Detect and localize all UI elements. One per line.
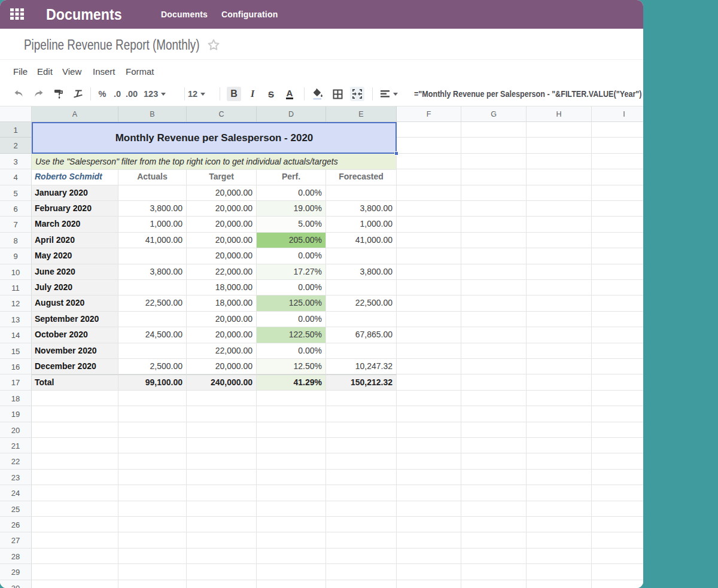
cell-A19[interactable] xyxy=(32,406,118,422)
cell-D6[interactable]: 19.00% xyxy=(257,201,326,217)
cell-F30[interactable] xyxy=(397,580,461,588)
cell-F2[interactable] xyxy=(397,138,461,153)
cell-I12[interactable] xyxy=(592,295,643,311)
cell-I10[interactable] xyxy=(592,264,643,280)
cell-C7[interactable]: 20,000.00 xyxy=(187,217,257,232)
row-header-12[interactable]: 12 xyxy=(0,295,32,311)
cell-D19[interactable] xyxy=(257,406,326,422)
column-header-F[interactable]: F xyxy=(397,106,461,122)
cell-I17[interactable] xyxy=(592,374,643,390)
cell-C4[interactable]: Target xyxy=(187,169,257,185)
cell-I6[interactable] xyxy=(592,201,643,217)
nav-configuration[interactable]: Configuration xyxy=(221,10,278,19)
row-header-10[interactable]: 10 xyxy=(0,264,32,280)
cell-F5[interactable] xyxy=(397,185,461,201)
cell-E15[interactable] xyxy=(326,343,397,359)
cell-A27[interactable] xyxy=(32,532,118,548)
cell-A6[interactable]: February 2020 xyxy=(32,201,118,217)
cell-G5[interactable] xyxy=(461,185,527,201)
row-header-24[interactable]: 24 xyxy=(0,485,32,501)
cell-A23[interactable] xyxy=(32,470,118,485)
cell-I13[interactable] xyxy=(592,312,643,327)
cell-B4[interactable]: Actuals xyxy=(118,169,187,185)
cell-E8[interactable]: 41,000.00 xyxy=(326,233,397,248)
cell-C9[interactable]: 20,000.00 xyxy=(187,248,257,264)
cell-H14[interactable] xyxy=(527,327,592,343)
cell-B19[interactable] xyxy=(118,406,187,422)
cell-A14[interactable]: October 2020 xyxy=(32,327,118,343)
cell-E12[interactable]: 22,500.00 xyxy=(326,295,397,311)
row-header-26[interactable]: 26 xyxy=(0,517,32,532)
cell-F14[interactable] xyxy=(397,327,461,343)
cell-E10[interactable]: 3,800.00 xyxy=(326,264,397,280)
row-header-11[interactable]: 11 xyxy=(0,280,32,295)
row-header-30[interactable]: 30 xyxy=(0,580,32,588)
column-header-C[interactable]: C xyxy=(187,106,257,122)
row-header-17[interactable]: 17 xyxy=(0,374,32,390)
cell-H13[interactable] xyxy=(527,312,592,327)
cell-I20[interactable] xyxy=(592,422,643,438)
cell-F17[interactable] xyxy=(397,374,461,390)
cell-B24[interactable] xyxy=(118,485,187,501)
cell-D27[interactable] xyxy=(257,532,326,548)
cell-G30[interactable] xyxy=(461,580,527,588)
cell-E20[interactable] xyxy=(326,422,397,438)
cell-C23[interactable] xyxy=(187,470,257,485)
cell-I29[interactable] xyxy=(592,564,643,580)
cell-G20[interactable] xyxy=(461,422,527,438)
cell-C28[interactable] xyxy=(187,549,257,564)
cell-H5[interactable] xyxy=(527,185,592,201)
cell-H6[interactable] xyxy=(527,201,592,217)
cell-H23[interactable] xyxy=(527,470,592,485)
text-color-icon[interactable]: A xyxy=(282,87,297,101)
cell-E27[interactable] xyxy=(326,532,397,548)
cell-I23[interactable] xyxy=(592,470,643,485)
cell-I25[interactable] xyxy=(592,501,643,517)
cell-F23[interactable] xyxy=(397,470,461,485)
cell-G8[interactable] xyxy=(461,233,527,248)
row-header-20[interactable]: 20 xyxy=(0,422,32,438)
cell-H2[interactable] xyxy=(527,138,592,153)
cell-A11[interactable]: July 2020 xyxy=(32,280,118,295)
undo-icon[interactable] xyxy=(12,87,26,101)
cell-F7[interactable] xyxy=(397,217,461,232)
cell-F11[interactable] xyxy=(397,280,461,295)
cell-B6[interactable]: 3,800.00 xyxy=(118,201,187,217)
cell-D26[interactable] xyxy=(257,517,326,532)
cell-I9[interactable] xyxy=(592,248,643,264)
cell-H24[interactable] xyxy=(527,485,592,501)
cell-I30[interactable] xyxy=(592,580,643,588)
cell-I7[interactable] xyxy=(592,217,643,232)
cell-F28[interactable] xyxy=(397,549,461,564)
cell-A20[interactable] xyxy=(32,422,118,438)
document-title[interactable]: Pipeline Revenue Report (Monthly) xyxy=(24,29,200,60)
cell-A24[interactable] xyxy=(32,485,118,501)
cell-B30[interactable] xyxy=(118,580,187,588)
row-header-4[interactable]: 4 xyxy=(0,169,32,185)
cell-A13[interactable]: September 2020 xyxy=(32,312,118,327)
cell-I26[interactable] xyxy=(592,517,643,532)
cell-F12[interactable] xyxy=(397,295,461,311)
cell-D12[interactable]: 125.00% xyxy=(257,295,326,311)
row-header-28[interactable]: 28 xyxy=(0,549,32,564)
cell-G4[interactable] xyxy=(461,169,527,185)
cell-C24[interactable] xyxy=(187,485,257,501)
cell-D14[interactable]: 122.50% xyxy=(257,327,326,343)
cell-E13[interactable] xyxy=(326,312,397,327)
cell-E4[interactable]: Forecasted xyxy=(326,169,397,185)
cell-A8[interactable]: April 2020 xyxy=(32,233,118,248)
cell-E5[interactable] xyxy=(326,185,397,201)
cell-C8[interactable]: 20,000.00 xyxy=(187,233,257,248)
cell-F4[interactable] xyxy=(397,169,461,185)
cell-G11[interactable] xyxy=(461,280,527,295)
italic-icon[interactable]: I xyxy=(245,87,260,101)
cell-B13[interactable] xyxy=(118,312,187,327)
cell-B21[interactable] xyxy=(118,438,187,453)
cell-G21[interactable] xyxy=(461,438,527,453)
cell-H1[interactable] xyxy=(527,122,592,138)
cell-I1[interactable] xyxy=(592,122,643,138)
cell-B14[interactable]: 24,500.00 xyxy=(118,327,187,343)
increase-decimal-icon[interactable]: .00 xyxy=(124,87,139,101)
row-header-1[interactable]: 1 xyxy=(0,122,32,138)
grid-corner-box[interactable] xyxy=(0,106,32,122)
